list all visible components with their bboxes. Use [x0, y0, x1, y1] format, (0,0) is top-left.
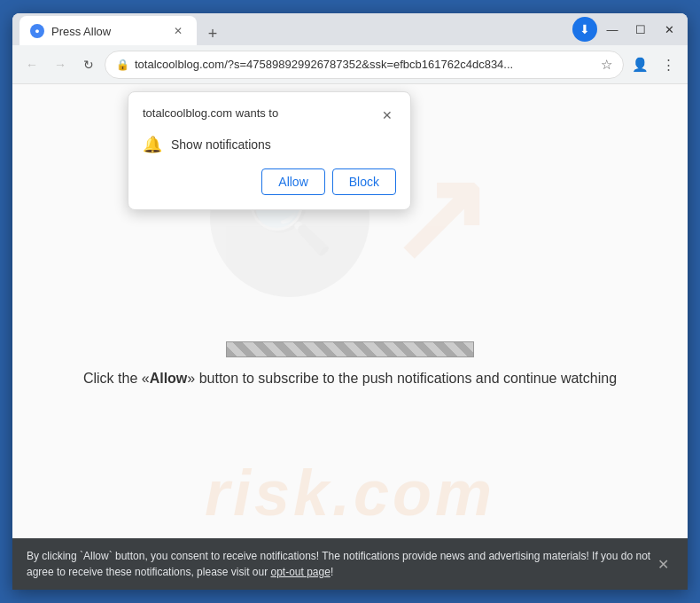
popup-close-button[interactable]: ✕ — [378, 106, 396, 124]
progress-bar — [226, 341, 474, 357]
popup-header: totalcoolblog.com wants to ✕ — [143, 106, 396, 124]
block-button[interactable]: Block — [332, 168, 396, 195]
address-input-wrapper[interactable]: 🔒 totalcoolblog.com/?s=47589892992678735… — [105, 51, 624, 79]
popup-title: totalcoolblog.com wants to — [143, 106, 278, 120]
profile-icon[interactable]: 👤 — [627, 52, 652, 77]
browser-tab[interactable]: ● Press Allow ✕ — [19, 16, 197, 46]
popup-buttons: Allow Block — [143, 168, 396, 195]
opt-out-link[interactable]: opt-out page — [270, 566, 330, 578]
allow-emphasis: Allow — [150, 371, 188, 386]
allow-button[interactable]: Allow — [261, 168, 324, 195]
browser-window: ● Press Allow ✕ + ⬇ — ☐ ✕ ← → ↻ 🔒 totalc… — [12, 13, 688, 590]
title-bar: ● Press Allow ✕ + ⬇ — ☐ ✕ — [12, 13, 688, 45]
close-button[interactable]: ✕ — [657, 18, 681, 41]
window-controls: — ☐ ✕ — [601, 18, 681, 41]
bell-icon: 🔔 — [143, 135, 162, 154]
reload-button[interactable]: ↻ — [76, 52, 101, 77]
address-text: totalcoolblog.com/?s=475898929926787352&… — [135, 58, 595, 71]
progress-area — [226, 341, 474, 357]
back-button[interactable]: ← — [19, 52, 44, 77]
address-bar: ← → ↻ 🔒 totalcoolblog.com/?s=47589892992… — [12, 45, 688, 84]
download-icon[interactable]: ⬇ — [572, 17, 597, 42]
risk-watermark: risk.com — [12, 457, 688, 529]
tab-favicon: ● — [30, 24, 44, 38]
status-bar-text: By clicking `Allow` button, you consent … — [27, 548, 652, 580]
minimize-button[interactable]: — — [601, 18, 624, 41]
tab-title: Press Allow — [51, 25, 163, 38]
notification-popup: totalcoolblog.com wants to ✕ 🔔 Show noti… — [128, 91, 411, 210]
new-tab-button[interactable]: + — [200, 21, 225, 46]
tab-close-button[interactable]: ✕ — [170, 23, 186, 39]
page-text: Click the «Allow» button to subscribe to… — [12, 368, 688, 389]
maximize-button[interactable]: ☐ — [629, 18, 652, 41]
page-content: totalcoolblog.com wants to ✕ 🔔 Show noti… — [12, 84, 688, 590]
menu-icon[interactable]: ⋮ — [656, 52, 681, 77]
lock-icon: 🔒 — [116, 59, 129, 71]
status-bar-close-button[interactable]: ✕ — [652, 553, 673, 575]
status-bar: By clicking `Allow` button, you consent … — [12, 538, 688, 590]
popup-notification-row: 🔔 Show notifications — [143, 135, 396, 154]
star-icon[interactable]: ☆ — [601, 57, 612, 73]
forward-button[interactable]: → — [48, 52, 73, 77]
notification-label: Show notifications — [171, 137, 271, 152]
